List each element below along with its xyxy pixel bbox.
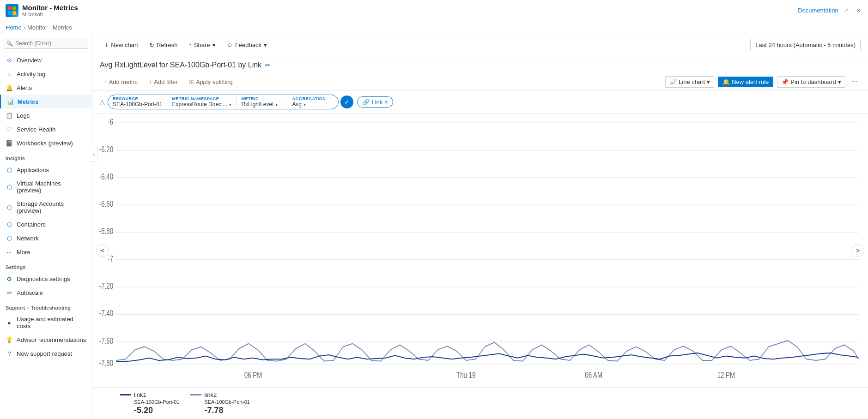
sidebar-item-more[interactable]: ··· More [0, 245, 92, 259]
svg-rect-3 [12, 11, 16, 15]
svg-rect-2 [8, 11, 12, 15]
metric-confirm-button[interactable]: ✓ [340, 96, 353, 108]
sidebar-item-label: Metrics [18, 98, 39, 105]
sidebar-item-label: Autoscale [17, 289, 43, 296]
sidebar-item-network[interactable]: ⬡ Network [0, 231, 92, 245]
network-icon: ⬡ [6, 234, 13, 242]
sidebar-item-storage-accounts[interactable]: ⬡ Storage Accounts (preview) [0, 197, 92, 217]
activity-log-icon: ≡ [6, 70, 13, 78]
svg-text:Thu 19: Thu 19 [456, 371, 475, 379]
chart-nav-right-button[interactable]: > [851, 244, 864, 257]
virtual-machines-icon: ⬡ [6, 183, 13, 191]
sidebar-item-support-request[interactable]: ? New support request [0, 347, 92, 360]
insights-section-label: Insights [0, 150, 92, 163]
legend-color-link2 [190, 394, 201, 395]
time-range-button[interactable]: Last 24 hours (Automatic - 5 minutes) [750, 39, 861, 51]
containers-icon: ⬡ [6, 221, 13, 228]
legend-label-link1-name: link1 [134, 391, 146, 398]
feedback-button[interactable]: ☺ Feedback ▾ [222, 39, 272, 51]
sidebar-item-label: Service Health [17, 126, 56, 133]
chart-controls: + Add metric + Add filter ⊞ Apply splitt… [92, 73, 868, 91]
add-metric-icon: + [103, 78, 107, 85]
settings-section-label: Settings [0, 259, 92, 272]
add-metric-button[interactable]: + Add metric [100, 77, 141, 87]
feedback-icon: ☺ [227, 42, 233, 48]
filter-icon: + [149, 78, 152, 85]
share-button[interactable]: ↑ Share ▾ [184, 39, 220, 51]
sidebar-item-overview[interactable]: ⊙ Overview [0, 53, 92, 67]
service-health-icon: ♡ [6, 126, 13, 133]
sidebar-item-virtual-machines[interactable]: ⬡ Virtual Machines (preview) [0, 177, 92, 197]
logo-icon [6, 4, 18, 17]
sidebar-item-advisor[interactable]: 💡 Advisor recommendations [0, 333, 92, 347]
apply-splitting-button[interactable]: ⊞ Apply splitting [185, 77, 237, 87]
pin-dashboard-button[interactable]: 📌 Pin to dashboard ▾ [777, 76, 845, 88]
sidebar-item-activity-log[interactable]: ≡ Activity log [0, 67, 92, 81]
svg-rect-1 [12, 6, 16, 10]
sidebar-item-alerts[interactable]: 🔔 Alerts [0, 81, 92, 95]
new-chart-button[interactable]: + New chart [100, 39, 143, 52]
svg-text:-7.40: -7.40 [99, 309, 114, 318]
advisor-icon: 💡 [6, 336, 13, 343]
share-icon: ↑ [188, 42, 192, 48]
aggregation-field[interactable]: AGGREGATION Avg ▾ [287, 95, 338, 109]
legend-sublabel-link1: SEA-100Gb-Port-01 [134, 399, 179, 405]
svg-text:-7.20: -7.20 [99, 281, 114, 290]
sidebar-item-label: Storage Accounts (preview) [17, 200, 86, 214]
pin-chevron-icon: ▾ [838, 78, 841, 85]
new-alert-rule-button[interactable]: 🔔 New alert rule [718, 77, 773, 87]
resource-field[interactable]: RESOURCE SEA-100Gb-Port-01 [108, 95, 167, 109]
chart-area: < > -6 -6.20 -6.40 -6.60 -6.80 -7 -7.20 … [92, 114, 868, 387]
chart-nav-left-button[interactable]: < [96, 244, 109, 257]
refresh-button[interactable]: ↻ Refresh [145, 39, 182, 51]
support-section-label: Support + Troubleshooting [0, 299, 92, 312]
autoscale-icon: ✏ [6, 289, 13, 296]
svg-text:-7.80: -7.80 [99, 359, 114, 367]
svg-text:06 AM: 06 AM [585, 371, 602, 379]
svg-rect-0 [8, 6, 12, 10]
aggregation-chevron-icon: ▾ [303, 102, 306, 107]
more-options-button[interactable]: ··· [849, 76, 861, 88]
more-icon: ··· [6, 248, 13, 256]
applications-icon: ⬡ [6, 166, 13, 174]
link-badge-remove[interactable]: × [384, 98, 388, 106]
legend-color-link1 [120, 394, 131, 395]
sidebar-toggle[interactable]: ‹ [91, 147, 98, 162]
add-filter-button[interactable]: + Add filter [145, 77, 182, 87]
sidebar-item-usage-costs[interactable]: ● Usage and estimated costs [0, 312, 92, 333]
svg-text:-6.40: -6.40 [99, 172, 114, 181]
sidebar-item-workbooks[interactable]: 📓 Workbooks (preview) [0, 136, 92, 150]
sidebar-item-service-health[interactable]: ♡ Service Health [0, 122, 92, 136]
svg-text:-6.80: -6.80 [99, 227, 114, 236]
link-badge[interactable]: 🔗 Link × [357, 96, 393, 108]
breadcrumb-current: Monitor - Metrics [27, 24, 72, 31]
alerts-icon: 🔔 [6, 84, 13, 91]
svg-text:-7: -7 [108, 254, 113, 263]
chart-svg: -6 -6.20 -6.40 -6.60 -6.80 -7 -7.20 -7.4… [92, 114, 868, 387]
documentation-link[interactable]: Documentation [798, 7, 838, 14]
breadcrumb-home[interactable]: Home [6, 24, 22, 31]
metric-field[interactable]: METRIC RxLightLevel ▾ [237, 95, 287, 109]
search-input[interactable] [4, 38, 88, 49]
chart-type-button[interactable]: 📈 Line chart ▾ [665, 76, 714, 88]
sidebar-item-label: Usage and estimated costs [17, 316, 86, 329]
sidebar-item-label: Logs [17, 112, 30, 119]
search-icon: 🔍 [6, 41, 13, 47]
namespace-field[interactable]: METRIC NAMESPACE ExpressRoute Direct... … [167, 95, 237, 109]
close-button[interactable]: × [855, 5, 862, 17]
sidebar-item-metrics[interactable]: 📊 Metrics [0, 95, 92, 108]
sidebar-item-logs[interactable]: 📋 Logs [0, 108, 92, 122]
sidebar-item-diagnostics[interactable]: ⚙ Diagnostics settings [0, 272, 92, 286]
edit-title-icon[interactable]: ✏ [265, 61, 271, 69]
pin-icon: 📌 [781, 78, 789, 85]
sidebar-item-applications[interactable]: ⬡ Applications [0, 163, 92, 177]
sidebar-item-label: Workbooks (preview) [17, 140, 73, 147]
sidebar-item-containers[interactable]: ⬡ Containers [0, 217, 92, 231]
app-subtitle: Microsoft [22, 12, 78, 17]
legend-value-link1: -5.20 [134, 406, 179, 415]
metric-selector-row: △ RESOURCE SEA-100Gb-Port-01 METRIC NAME… [92, 91, 868, 114]
plus-icon: + [104, 41, 109, 49]
sidebar-item-autoscale[interactable]: ✏ Autoscale [0, 286, 92, 299]
alert-icon: 🔔 [722, 78, 730, 85]
svg-text:-7.60: -7.60 [99, 336, 114, 345]
